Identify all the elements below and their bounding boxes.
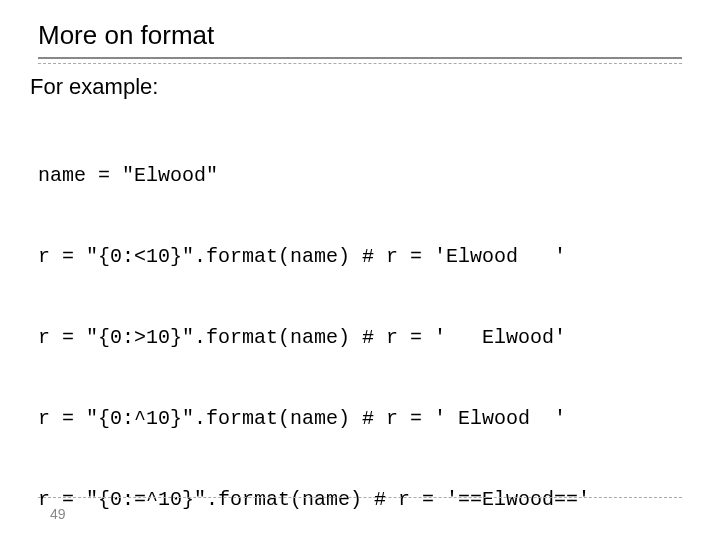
- code-line: name = "Elwood": [38, 162, 720, 189]
- page-number: 49: [50, 506, 66, 522]
- slide-title: More on format: [0, 0, 720, 57]
- slide-subtitle: For example:: [0, 64, 720, 108]
- code-line: r = "{0:<10}".format(name) # r = 'Elwood…: [38, 243, 720, 270]
- dashed-rule-bottom: [38, 497, 682, 498]
- title-underline: [38, 57, 682, 59]
- slide: More on format For example: name = "Elwo…: [0, 0, 720, 540]
- code-line: r = "{0:>10}".format(name) # r = ' Elwoo…: [38, 324, 720, 351]
- code-line: r = "{0:^10}".format(name) # r = ' Elwoo…: [38, 405, 720, 432]
- code-block: name = "Elwood" r = "{0:<10}".format(nam…: [0, 108, 720, 540]
- code-line: r = "{0:=^10}".format(name) # r = '==Elw…: [38, 486, 720, 513]
